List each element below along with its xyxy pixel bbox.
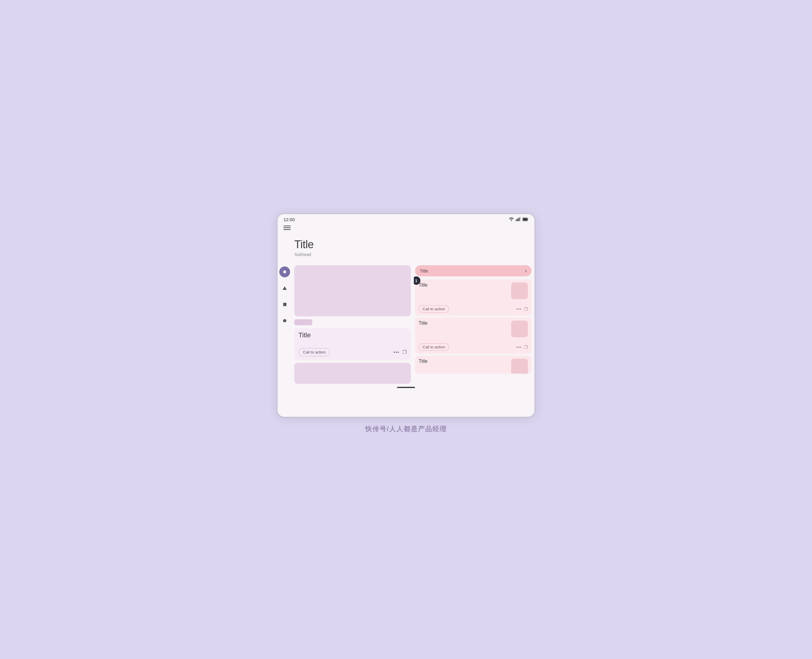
right-dots-icon-2[interactable]: ••• [516,345,521,350]
nav-item-pentagon[interactable] [279,315,290,326]
circle-icon [283,270,286,273]
right-card-2-actions: Call to action ••• ❐ [419,343,528,351]
right-card-2-title: Title [419,320,428,326]
right-card-1-thumbnail [511,282,528,299]
status-bar: 12:00 [278,214,534,224]
right-card-1-inner: Title [419,282,528,299]
svg-rect-5 [523,218,527,221]
right-action-icons-1: ••• ❐ [516,307,528,312]
left-card-content: Title Call to action ••• ❐ [294,328,411,360]
square-icon [283,303,286,306]
right-card-1: 1 Title Call to action ••• ❐ [415,279,532,316]
right-card-1-title: Title [419,282,428,288]
battery-icon [523,217,529,222]
watermark: 快传号/人人都是产品经理 [365,425,447,434]
wifi-icon [509,217,514,222]
tablet-frame: 12:00 [277,213,535,418]
right-card-1-actions: Call to action ••• ❐ [419,305,528,313]
nav-rail [278,263,292,384]
right-card-3-inner: Title [419,359,528,374]
hamburger-bar [278,224,534,233]
list-header-arrow: › [525,268,527,274]
nav-item-triangle[interactable] [279,283,290,293]
svg-rect-1 [517,219,518,221]
page-title: Title [294,238,529,251]
right-card-3-thumbnail [511,359,528,374]
page-subhead: Subhead [294,252,529,257]
left-action-icons: ••• ❐ [393,349,407,355]
left-card-bar [294,319,312,325]
triangle-icon [283,286,287,290]
right-dots-icon-1[interactable]: ••• [516,307,521,312]
right-card-3-title: Title [419,359,428,364]
svg-rect-2 [519,218,520,221]
right-cta-button-2[interactable]: Call to action [419,343,449,351]
status-time: 12:00 [283,217,295,222]
svg-rect-0 [516,219,517,221]
left-card-next-image [294,363,411,384]
left-copy-icon[interactable]: ❐ [403,349,407,355]
nav-item-square[interactable] [279,299,290,310]
content-panels: Title Call to action ••• ❐ Title › [292,263,534,384]
right-cta-button-1[interactable]: Call to action [419,305,449,313]
right-card-2: Title Call to action ••• ❐ [415,317,532,354]
right-panel: Title › 1 Title Call to action ••• ❐ [414,263,534,384]
right-card-2-thumbnail [511,320,528,337]
hamburger-menu[interactable] [283,225,291,230]
pentagon-icon [283,319,286,322]
list-header-title: Title [420,268,428,273]
main-content: Title Call to action ••• ❐ Title › [278,263,534,384]
scroll-indicator [397,387,415,388]
right-card-2-inner: Title [419,320,528,337]
left-dots-icon[interactable]: ••• [393,350,400,355]
left-card-actions: Call to action ••• ❐ [299,348,407,356]
page-header: Title Subhead [278,233,534,263]
left-card-image [294,265,411,316]
left-cta-button[interactable]: Call to action [299,348,330,356]
right-action-icons-2: ••• ❐ [516,345,528,350]
right-card-3: Title [415,356,532,374]
right-copy-icon-2[interactable]: ❐ [524,345,528,350]
nav-item-circle[interactable] [279,266,290,277]
svg-rect-3 [520,217,521,221]
right-copy-icon-1[interactable]: ❐ [524,307,528,312]
signal-icon [516,217,521,222]
left-card-title: Title [299,331,407,339]
left-panel: Title Call to action ••• ❐ [292,263,414,384]
status-icons [509,217,529,222]
list-header[interactable]: Title › [415,265,532,276]
